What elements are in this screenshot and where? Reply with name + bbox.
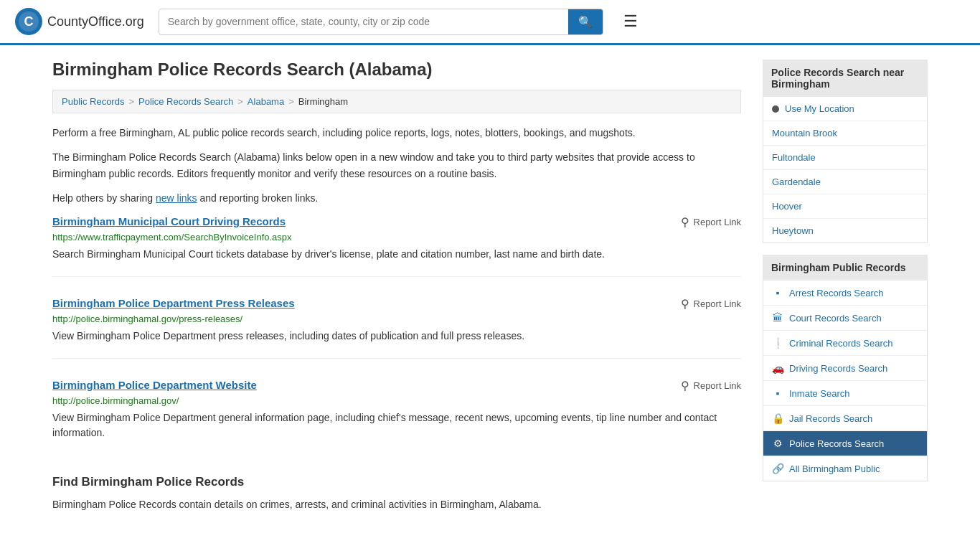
- search-button[interactable]: 🔍: [568, 9, 603, 34]
- sidebar-link-5[interactable]: 🔒Jail Records Search: [763, 406, 927, 430]
- breadcrumb-police-records[interactable]: Police Records Search: [138, 96, 233, 107]
- sidebar-icon-6: ⚙: [772, 438, 783, 449]
- find-section-desc: Birmingham Police Records contain detail…: [52, 496, 741, 512]
- logo-text: CountyOffice.org: [47, 14, 144, 29]
- page-title: Birmingham Police Records Search (Alabam…: [52, 60, 741, 80]
- description-para1: Perform a free Birmingham, AL public pol…: [52, 125, 741, 141]
- breadcrumb-sep-3: >: [288, 96, 294, 107]
- location-dot-icon: [772, 105, 779, 113]
- sidebar-label-6: Police Records Search: [789, 438, 884, 449]
- description-para3-pre: Help others by sharing: [52, 192, 156, 204]
- result-item-1: Birmingham Police Department Press Relea…: [52, 297, 741, 359]
- report-link-1[interactable]: ⚲ Report Link: [681, 297, 741, 311]
- sidebar-link-0[interactable]: ▪Arrest Records Search: [763, 281, 927, 305]
- breadcrumb-sep-2: >: [237, 96, 243, 107]
- sidebar-item-7: 🔗All Birmingham Public: [763, 456, 927, 481]
- nearby-link-3[interactable]: Gardendale: [763, 170, 927, 194]
- nearby-label-5: Hueytown: [772, 225, 814, 236]
- result-url-0[interactable]: https://www.trafficpayment.com/SearchByI…: [52, 232, 741, 242]
- sidebar-label-7: All Birmingham Public: [789, 463, 880, 474]
- result-header-2: Birmingham Police Department Website ⚲ R…: [52, 379, 741, 392]
- result-item-2: Birmingham Police Department Website ⚲ R…: [52, 379, 741, 455]
- report-icon-2: ⚲: [681, 379, 689, 392]
- nearby-label-3: Gardendale: [772, 176, 821, 187]
- logo-suffix: .org: [122, 14, 144, 29]
- description-para2: The Birmingham Police Records Search (Al…: [52, 149, 741, 182]
- breadcrumb-current: Birmingham: [298, 96, 348, 107]
- main-content: Birmingham Police Records Search (Alabam…: [52, 60, 741, 521]
- find-section: Find Birmingham Police Records Birmingha…: [52, 475, 741, 512]
- search-input[interactable]: [159, 10, 568, 33]
- nearby-section: Police Records Search near Birmingham Us…: [763, 60, 928, 243]
- report-link-2[interactable]: ⚲ Report Link: [681, 379, 741, 392]
- breadcrumb-public-records[interactable]: Public Records: [62, 96, 124, 107]
- sidebar-label-4: Inmate Search: [789, 388, 850, 399]
- nearby-list: Use My LocationMountain BrookFultondaleG…: [763, 97, 928, 243]
- sidebar-icon-7: 🔗: [772, 463, 783, 474]
- sidebar-label-3: Driving Records Search: [789, 363, 887, 374]
- nearby-label-4: Hoover: [772, 201, 802, 212]
- new-links-link[interactable]: new links: [156, 192, 197, 204]
- nearby-label-2: Fultondale: [772, 152, 816, 163]
- sidebar-link-4[interactable]: ▪Inmate Search: [763, 381, 927, 405]
- sidebar-link-1[interactable]: 🏛Court Records Search: [763, 306, 927, 330]
- result-desc-2: View Birmingham Police Department genera…: [52, 410, 741, 441]
- nearby-title: Police Records Search near Birmingham: [763, 60, 928, 97]
- result-desc-1: View Birmingham Police Department press …: [52, 329, 741, 344]
- hamburger-menu-button[interactable]: ☰: [618, 9, 644, 34]
- report-link-0[interactable]: ⚲ Report Link: [681, 215, 741, 229]
- results-list: Birmingham Municipal Court Driving Recor…: [52, 215, 741, 455]
- report-link-label-2: Report Link: [694, 380, 741, 391]
- sidebar-label-0: Arrest Records Search: [789, 288, 884, 298]
- result-title-1[interactable]: Birmingham Police Department Press Relea…: [52, 297, 295, 309]
- find-section-heading: Find Birmingham Police Records: [52, 475, 741, 489]
- result-title-2[interactable]: Birmingham Police Department Website: [52, 379, 257, 391]
- result-title-0[interactable]: Birmingham Municipal Court Driving Recor…: [52, 215, 286, 227]
- use-my-location-label: Use My Location: [785, 103, 854, 114]
- nearby-link-5[interactable]: Hueytown: [763, 219, 927, 242]
- nearby-link-1[interactable]: Mountain Brook: [763, 121, 927, 145]
- sidebar-icon-5: 🔒: [772, 413, 783, 424]
- sidebar-item-5: 🔒Jail Records Search: [763, 406, 927, 431]
- sidebar-link-3[interactable]: 🚗Driving Records Search: [763, 356, 927, 380]
- use-my-location-link[interactable]: Use My Location: [763, 97, 927, 121]
- nearby-item-0: Use My Location: [763, 97, 927, 121]
- sidebar-icon-3: 🚗: [772, 362, 783, 374]
- nearby-label-1: Mountain Brook: [772, 128, 837, 138]
- nearby-item-1: Mountain Brook: [763, 121, 927, 146]
- result-header-1: Birmingham Police Department Press Relea…: [52, 297, 741, 311]
- breadcrumb: Public Records > Police Records Search >…: [52, 90, 741, 113]
- result-url-1[interactable]: http://police.birminghamal.gov/press-rel…: [52, 314, 741, 324]
- logo-county: CountyOffice: [47, 14, 122, 29]
- sidebar-item-3: 🚗Driving Records Search: [763, 356, 927, 381]
- sidebar-link-2[interactable]: ❕Criminal Records Search: [763, 331, 927, 355]
- sidebar-item-2: ❕Criminal Records Search: [763, 331, 927, 356]
- result-header-0: Birmingham Municipal Court Driving Recor…: [52, 215, 741, 229]
- report-link-label-0: Report Link: [694, 217, 741, 227]
- sidebar-item-4: ▪Inmate Search: [763, 381, 927, 406]
- sidebar-icon-0: ▪: [772, 287, 783, 298]
- result-item-0: Birmingham Municipal Court Driving Recor…: [52, 215, 741, 277]
- logo[interactable]: C CountyOffice.org: [14, 7, 144, 36]
- nearby-link-4[interactable]: Hoover: [763, 194, 927, 218]
- breadcrumb-alabama[interactable]: Alabama: [248, 96, 284, 107]
- sidebar-link-7[interactable]: 🔗All Birmingham Public: [763, 456, 927, 481]
- content-wrapper: Birmingham Police Records Search (Alabam…: [38, 45, 942, 535]
- description-para3: Help others by sharing new links and rep…: [52, 190, 741, 206]
- report-link-label-1: Report Link: [694, 298, 741, 309]
- breadcrumb-sep-1: >: [128, 96, 134, 107]
- sidebar-icon-4: ▪: [772, 387, 783, 399]
- description-para3-post: and reporting broken links.: [197, 192, 319, 204]
- sidebar-label-5: Jail Records Search: [789, 413, 872, 424]
- sidebar-label-2: Criminal Records Search: [789, 338, 893, 349]
- result-url-2[interactable]: http://police.birminghamal.gov/: [52, 395, 741, 406]
- report-icon-1: ⚲: [681, 297, 689, 311]
- public-records-section: Birmingham Public Records ▪Arrest Record…: [763, 255, 928, 481]
- result-desc-0: Search Birmingham Municipal Court ticket…: [52, 247, 741, 262]
- sidebar-item-6: ⚙Police Records Search: [763, 431, 927, 456]
- sidebar-link-6[interactable]: ⚙Police Records Search: [763, 431, 927, 456]
- search-bar: 🔍: [159, 9, 603, 35]
- public-records-list: ▪Arrest Records Search🏛Court Records Sea…: [763, 281, 928, 481]
- nearby-link-2[interactable]: Fultondale: [763, 146, 927, 169]
- nearby-item-4: Hoover: [763, 194, 927, 219]
